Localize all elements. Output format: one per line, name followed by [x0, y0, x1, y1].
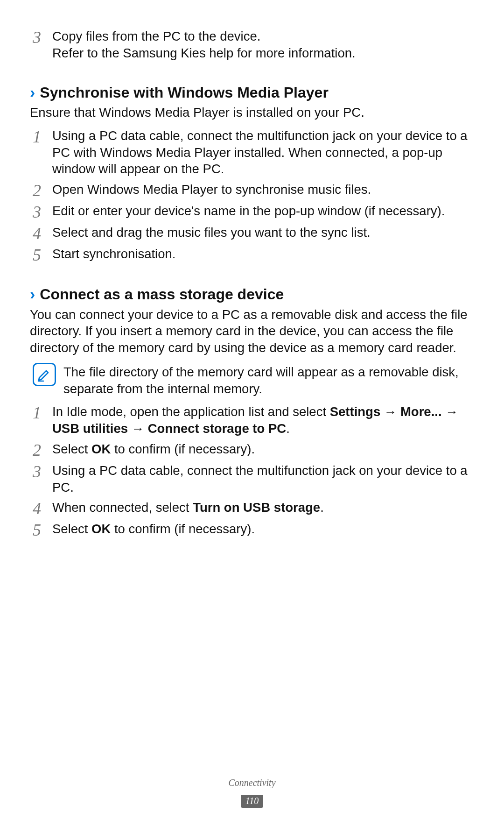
step-text: Select OK to confirm (if necessary). [52, 521, 474, 537]
footer-section-label: Connectivity [0, 777, 504, 789]
step-item: 3 Using a PC data cable, connect the mul… [30, 462, 474, 496]
chevron-right-icon: › [30, 286, 35, 302]
step-number: 1 [33, 404, 52, 421]
step-text: Edit or enter your device's name in the … [52, 203, 474, 219]
step-text: When connected, select Turn on USB stora… [52, 499, 474, 516]
step-text: In Idle mode, open the application list … [52, 403, 474, 437]
text-run: Select [52, 522, 91, 536]
document-page: 3 Copy files from the PC to the device. … [0, 0, 504, 827]
step-text-line: Copy files from the PC to the device. [52, 29, 260, 43]
step-number: 4 [33, 225, 52, 242]
step-number: 1 [33, 128, 52, 145]
step-item: 5 Select OK to confirm (if necessary). [30, 521, 474, 538]
page-footer: Connectivity 110 [0, 777, 504, 808]
section-title: Synchronise with Windows Media Player [40, 83, 329, 103]
step-item: 2 Open Windows Media Player to synchroni… [30, 181, 474, 199]
text-run: to confirm (if necessary). [111, 442, 255, 456]
bold-text: More... [400, 404, 442, 419]
text-run: . [286, 421, 290, 436]
text-run: In Idle mode, open the application list … [52, 404, 330, 419]
bold-text: → [442, 404, 458, 419]
step-number: 4 [33, 500, 52, 517]
bold-text: Connect storage to PC [148, 421, 286, 436]
bold-text: USB utilities [52, 421, 128, 436]
step-text: Start synchronisation. [52, 246, 474, 262]
pencil-note-icon [37, 367, 52, 382]
step-text: Select and drag the music files you want… [52, 224, 474, 241]
text-run: . [320, 500, 324, 515]
step-item: 5 Start synchronisation. [30, 246, 474, 263]
step-body: Copy files from the PC to the device. Re… [52, 28, 474, 62]
step-number: 5 [33, 522, 52, 538]
step-number: 3 [33, 463, 52, 480]
note-callout: The file directory of the memory card wi… [30, 363, 474, 397]
step-item: 4 When connected, select Turn on USB sto… [30, 499, 474, 517]
step-item: 1 Using a PC data cable, connect the mul… [30, 127, 474, 177]
note-icon [33, 363, 56, 386]
section-heading: › Synchronise with Windows Media Player [30, 83, 474, 103]
step-list: 1 In Idle mode, open the application lis… [30, 403, 474, 538]
text-run: When connected, select [52, 500, 193, 515]
step-text-line: Refer to the Samsung Kies help for more … [52, 46, 356, 60]
step-item: 1 In Idle mode, open the application lis… [30, 403, 474, 437]
step-item: 3 Copy files from the PC to the device. … [30, 28, 474, 62]
section-title: Connect as a mass storage device [40, 285, 284, 304]
bold-text: Settings [330, 404, 380, 419]
step-list: 1 Using a PC data cable, connect the mul… [30, 127, 474, 263]
text-run: Select [52, 442, 91, 456]
step-text: Open Windows Media Player to synchronise… [52, 181, 474, 198]
step-item: 3 Edit or enter your device's name in th… [30, 203, 474, 220]
section-heading: › Connect as a mass storage device [30, 285, 474, 304]
section-intro: You can connect your device to a PC as a… [30, 306, 474, 356]
step-number: 2 [33, 442, 52, 459]
bold-text: Turn on USB storage [193, 500, 320, 515]
step-number: 2 [33, 182, 52, 199]
section-intro: Ensure that Windows Media Player is inst… [30, 104, 474, 121]
step-text: Using a PC data cable, connect the multi… [52, 127, 474, 177]
text-run: to confirm (if necessary). [111, 522, 255, 536]
step-item: 4 Select and drag the music files you wa… [30, 224, 474, 242]
note-text: The file directory of the memory card wi… [63, 364, 474, 397]
chevron-right-icon: › [30, 84, 35, 100]
step-item: 2 Select OK to confirm (if necessary). [30, 441, 474, 459]
step-number: 3 [33, 29, 52, 46]
step-number: 3 [33, 204, 52, 220]
step-text: Using a PC data cable, connect the multi… [52, 462, 474, 496]
step-number: 5 [33, 247, 52, 263]
step-text: Select OK to confirm (if necessary). [52, 441, 474, 458]
bold-text: → [380, 404, 400, 419]
bold-text: OK [91, 522, 111, 536]
page-number-badge: 110 [241, 795, 264, 808]
bold-text: → [128, 421, 148, 436]
bold-text: OK [91, 442, 111, 456]
